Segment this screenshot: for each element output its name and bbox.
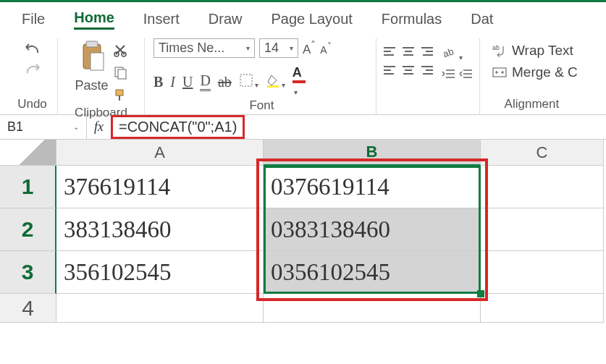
spreadsheet-grid[interactable]: A B C 1 376619114 0376619114 2 383138460… bbox=[0, 140, 606, 323]
tab-file[interactable]: File bbox=[22, 9, 45, 29]
col-header-b[interactable]: B bbox=[264, 140, 481, 166]
increase-font-icon[interactable]: A˄ bbox=[303, 39, 316, 57]
borders-button[interactable]: ▾ bbox=[239, 73, 258, 91]
col-header-a[interactable]: A bbox=[56, 140, 264, 166]
fill-handle[interactable] bbox=[477, 290, 484, 297]
align-center-icon[interactable] bbox=[401, 64, 417, 80]
paste-label: Paste bbox=[75, 78, 108, 93]
font-size-select[interactable]: 14▾ bbox=[259, 38, 298, 58]
name-box[interactable]: B1⌄ bbox=[0, 115, 87, 139]
svg-rect-13 bbox=[493, 68, 506, 77]
ribbon-tabs: File Home Insert Draw Page Layout Formul… bbox=[0, 2, 606, 34]
cell-a1[interactable]: 376619114 bbox=[56, 166, 264, 208]
svg-text:ab: ab bbox=[442, 46, 455, 59]
tab-draw[interactable]: Draw bbox=[209, 9, 243, 29]
cell-a4[interactable] bbox=[56, 294, 264, 323]
copy-icon[interactable] bbox=[113, 65, 127, 83]
cell-b4[interactable] bbox=[264, 294, 481, 323]
align-top-center-icon[interactable] bbox=[401, 46, 417, 62]
merge-center-button[interactable]: Merge & C bbox=[492, 64, 578, 80]
undo-group-label: Undo bbox=[17, 97, 47, 114]
fill-color-button[interactable]: ▾ bbox=[266, 73, 285, 91]
cell-c2[interactable] bbox=[481, 208, 604, 251]
italic-button[interactable]: I bbox=[170, 74, 175, 90]
align-top-left-icon[interactable] bbox=[382, 46, 398, 62]
fx-icon[interactable]: fx bbox=[87, 119, 111, 135]
svg-text:ab: ab bbox=[492, 44, 500, 51]
cell-b2[interactable]: 0383138460 bbox=[264, 208, 481, 251]
cell-c4[interactable] bbox=[481, 294, 604, 323]
select-all-corner[interactable] bbox=[0, 140, 56, 166]
cell-c3[interactable] bbox=[481, 251, 604, 294]
orientation-icon[interactable]: ab▾ bbox=[442, 46, 474, 64]
tab-insert[interactable]: Insert bbox=[143, 9, 180, 29]
formula-bar: B1⌄ fx =CONCAT("0";A1) bbox=[0, 115, 606, 140]
cell-c1[interactable] bbox=[481, 166, 604, 208]
svg-rect-10 bbox=[293, 80, 306, 83]
align-left-icon[interactable] bbox=[382, 64, 398, 80]
cell-b3[interactable]: 0356102545 bbox=[264, 251, 481, 294]
cell-a2[interactable]: 383138460 bbox=[56, 208, 264, 251]
align-right-icon[interactable] bbox=[420, 64, 436, 80]
row-header-2[interactable]: 2 bbox=[0, 208, 56, 251]
cut-icon[interactable] bbox=[113, 43, 127, 61]
font-color-button[interactable]: A▾ bbox=[293, 65, 306, 98]
paste-icon[interactable] bbox=[77, 40, 106, 77]
row-header-4[interactable]: 4 bbox=[0, 294, 56, 323]
ribbon: Undo Paste Clipboard Times Ne...▾ 14▾ A˄… bbox=[0, 34, 606, 115]
svg-rect-7 bbox=[116, 90, 123, 96]
formula-input[interactable]: =CONCAT("0";A1) bbox=[111, 115, 245, 139]
font-group-label: Font bbox=[249, 98, 274, 116]
increase-indent-icon[interactable] bbox=[459, 68, 474, 85]
col-header-c[interactable]: C bbox=[481, 140, 604, 166]
underline-button[interactable]: U bbox=[182, 74, 193, 90]
decrease-font-icon[interactable]: A˅ bbox=[320, 41, 331, 56]
undo-icon[interactable] bbox=[23, 43, 42, 57]
tab-page-layout[interactable]: Page Layout bbox=[272, 9, 353, 29]
row-header-3[interactable]: 3 bbox=[0, 251, 56, 294]
redo-icon[interactable] bbox=[23, 63, 42, 77]
svg-rect-9 bbox=[267, 85, 279, 88]
row-header-1[interactable]: 1 bbox=[0, 166, 56, 208]
svg-rect-6 bbox=[118, 69, 126, 79]
cell-a3[interactable]: 356102545 bbox=[56, 251, 264, 294]
tab-home[interactable]: Home bbox=[74, 8, 114, 30]
tab-data[interactable]: Dat bbox=[471, 9, 493, 29]
align-top-right-icon[interactable] bbox=[420, 46, 436, 62]
svg-rect-8 bbox=[240, 75, 252, 86]
svg-rect-1 bbox=[86, 41, 98, 47]
font-name-select[interactable]: Times Ne...▾ bbox=[153, 38, 255, 58]
double-underline-button[interactable]: D bbox=[200, 72, 210, 91]
format-painter-icon[interactable] bbox=[113, 88, 127, 106]
tab-formulas[interactable]: Formulas bbox=[382, 9, 442, 29]
wrap-text-button[interactable]: ab Wrap Text bbox=[492, 43, 578, 59]
strikethrough-button[interactable]: ab bbox=[218, 74, 232, 90]
decrease-indent-icon[interactable] bbox=[442, 68, 456, 85]
bold-button[interactable]: B bbox=[153, 74, 163, 90]
alignment-group-label: Alignment bbox=[505, 97, 560, 114]
cell-b1[interactable]: 0376619114 bbox=[264, 166, 481, 208]
svg-rect-2 bbox=[91, 53, 104, 70]
